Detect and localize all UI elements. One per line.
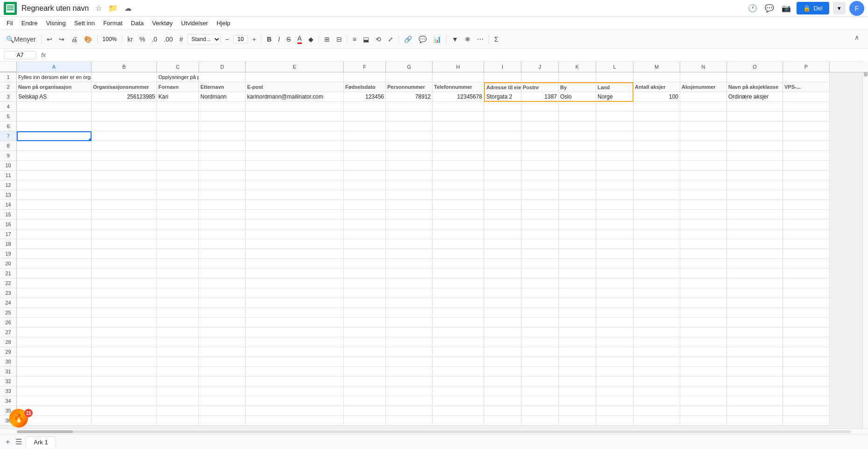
col-header-j[interactable]: J: [521, 62, 559, 72]
cell-d35[interactable]: [199, 406, 246, 416]
cell-n17[interactable]: [680, 229, 727, 239]
cell-l29[interactable]: [596, 347, 633, 357]
cell-m18[interactable]: [633, 239, 680, 249]
cell-h16[interactable]: [433, 220, 484, 229]
cell-m22[interactable]: [633, 278, 680, 288]
cell-a10[interactable]: [17, 161, 92, 171]
cell-p3[interactable]: [783, 92, 830, 102]
cell-c25[interactable]: [157, 308, 199, 318]
cell-k7[interactable]: [559, 131, 596, 141]
cell-l11[interactable]: [596, 171, 633, 180]
cell-h13[interactable]: [433, 190, 484, 200]
cell-o4[interactable]: [727, 102, 783, 112]
cell-e14[interactable]: [246, 200, 344, 210]
cell-i32[interactable]: [484, 377, 521, 386]
cell-m8[interactable]: [633, 141, 680, 151]
comment-button[interactable]: 💬: [416, 34, 429, 45]
cell-b17[interactable]: [92, 229, 157, 239]
cell-j7[interactable]: [521, 131, 559, 141]
cell-d21[interactable]: [199, 269, 246, 278]
cell-d13[interactable]: [199, 190, 246, 200]
cell-c6[interactable]: [157, 121, 199, 131]
cell-k31[interactable]: [559, 367, 596, 377]
cell-g36[interactable]: [386, 416, 433, 426]
group-button[interactable]: ⋯: [475, 34, 486, 45]
cell-e3[interactable]: karinordmann@mailinator.com: [246, 92, 344, 102]
cell-m33[interactable]: [633, 386, 680, 396]
cell-j9[interactable]: [521, 151, 559, 161]
cell-h36[interactable]: [433, 416, 484, 426]
cell-d24[interactable]: [199, 298, 246, 308]
cell-e8[interactable]: [246, 141, 344, 151]
row-header-24[interactable]: 24: [0, 298, 17, 308]
cell-m24[interactable]: [633, 298, 680, 308]
percent-button[interactable]: %: [137, 34, 147, 45]
vertical-scrollbar[interactable]: [862, 61, 868, 428]
cell-p25[interactable]: [783, 308, 830, 318]
col-header-o[interactable]: O: [727, 62, 783, 72]
cell-d2[interactable]: Etternavn: [199, 82, 246, 92]
cell-g12[interactable]: [386, 180, 433, 190]
cell-k15[interactable]: [559, 210, 596, 220]
cell-k16[interactable]: [559, 220, 596, 229]
cell-f19[interactable]: [344, 249, 386, 259]
cell-d1[interactable]: [199, 72, 246, 82]
cell-n34[interactable]: [680, 396, 727, 406]
cell-i11[interactable]: [484, 171, 521, 180]
cell-l35[interactable]: [596, 406, 633, 416]
share-dropdown-button[interactable]: ▾: [833, 2, 846, 14]
col-header-k[interactable]: K: [559, 62, 596, 72]
cell-f35[interactable]: [344, 406, 386, 416]
row-header-28[interactable]: 28: [0, 337, 17, 347]
cell-k30[interactable]: [559, 357, 596, 367]
text-color-button[interactable]: A: [295, 33, 304, 46]
cell-c22[interactable]: [157, 278, 199, 288]
cell-b21[interactable]: [92, 269, 157, 278]
cell-e29[interactable]: [246, 347, 344, 357]
cell-j28[interactable]: [521, 337, 559, 347]
cell-o9[interactable]: [727, 151, 783, 161]
cell-n16[interactable]: [680, 220, 727, 229]
cell-b29[interactable]: [92, 347, 157, 357]
cell-o24[interactable]: [727, 298, 783, 308]
cell-n31[interactable]: [680, 367, 727, 377]
cell-j1[interactable]: [521, 72, 559, 82]
cell-j35[interactable]: [521, 406, 559, 416]
cell-m2[interactable]: Antall aksjer: [633, 82, 680, 92]
cell-i24[interactable]: [484, 298, 521, 308]
cell-f1[interactable]: [344, 72, 386, 82]
cell-f21[interactable]: [344, 269, 386, 278]
cell-l26[interactable]: [596, 318, 633, 328]
cell-a3[interactable]: Selskap AS: [17, 92, 92, 102]
cell-o32[interactable]: [727, 377, 783, 386]
filter-button[interactable]: ▼: [449, 34, 461, 45]
cell-b30[interactable]: [92, 357, 157, 367]
cell-k33[interactable]: [559, 386, 596, 396]
cell-g16[interactable]: [386, 220, 433, 229]
row-header-12[interactable]: 12: [0, 180, 17, 190]
format-hash-button[interactable]: #: [177, 34, 185, 45]
cell-c9[interactable]: [157, 151, 199, 161]
cell-n21[interactable]: [680, 269, 727, 278]
cell-c2[interactable]: Fornavn: [157, 82, 199, 92]
cell-l10[interactable]: [596, 161, 633, 171]
cell-n3[interactable]: [680, 92, 727, 102]
cell-o19[interactable]: [727, 249, 783, 259]
merge-button[interactable]: ⊟: [334, 34, 344, 45]
cell-a13[interactable]: [17, 190, 92, 200]
cell-i35[interactable]: [484, 406, 521, 416]
cell-h22[interactable]: [433, 278, 484, 288]
cell-p34[interactable]: [783, 396, 830, 406]
cell-p2[interactable]: VPS-...: [783, 82, 830, 92]
cell-g33[interactable]: [386, 386, 433, 396]
cell-g24[interactable]: [386, 298, 433, 308]
cell-o8[interactable]: [727, 141, 783, 151]
active-cell-handle[interactable]: [89, 138, 92, 141]
menu-sett-inn[interactable]: Sett inn: [71, 18, 99, 29]
cell-f29[interactable]: [344, 347, 386, 357]
cell-f2[interactable]: Fødselsdato: [344, 82, 386, 92]
cell-g27[interactable]: [386, 328, 433, 337]
cell-g8[interactable]: [386, 141, 433, 151]
menu-format[interactable]: Format: [100, 18, 126, 29]
cell-m16[interactable]: [633, 220, 680, 229]
